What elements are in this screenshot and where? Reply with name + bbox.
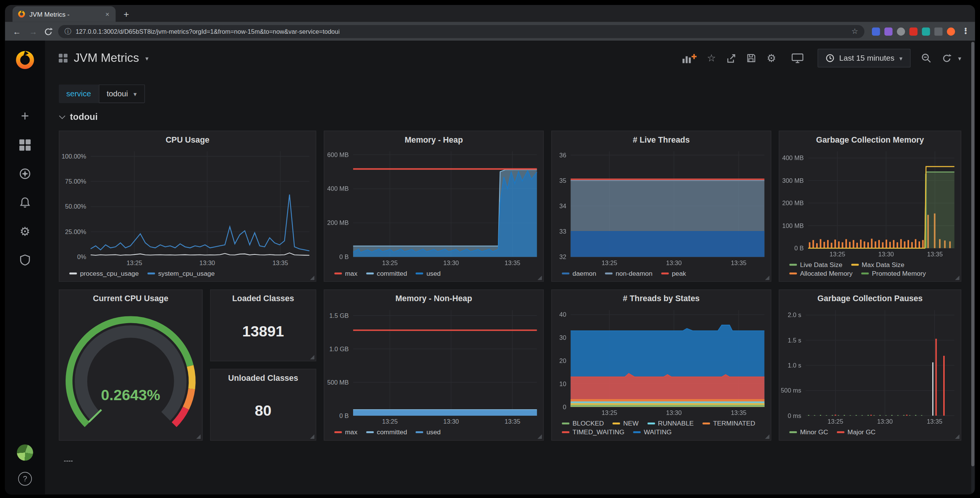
legend-item[interactable]: WAITING	[633, 428, 671, 436]
panel-resize-grip[interactable]	[538, 434, 542, 439]
svg-text:13:25: 13:25	[382, 259, 398, 266]
panel-resize-grip[interactable]	[765, 434, 770, 439]
help-icon[interactable]: ?	[18, 472, 32, 485]
legend-item[interactable]: max	[334, 269, 358, 277]
panel-resize-grip[interactable]	[310, 355, 314, 360]
legend-item[interactable]: BLOCKED	[562, 420, 604, 427]
address-bar[interactable]: ⓘ 127.0.0.1:3002/d/D65bST8iz/jvm-metrics…	[58, 25, 864, 38]
panel-title[interactable]: Garbage Collection Memory	[780, 131, 961, 148]
live-threads-chart[interactable]: 323334353613:2513:3013:35	[552, 148, 771, 268]
panel-title[interactable]: Current CPU Usage	[60, 290, 202, 307]
svg-text:13:35: 13:35	[927, 251, 943, 258]
panel-resize-grip[interactable]	[955, 434, 959, 439]
panel-resize-grip[interactable]	[765, 276, 770, 280]
puzzle-extension-icon[interactable]	[934, 27, 942, 35]
extension-icon[interactable]	[910, 27, 918, 35]
user-avatar[interactable]	[17, 444, 33, 461]
legend-item[interactable]: Major GC	[837, 428, 876, 436]
legend-item[interactable]: Promoted Memory	[861, 269, 926, 277]
chevron-down-icon[interactable]: ▾	[145, 55, 148, 62]
svg-text:1.0 GB: 1.0 GB	[329, 345, 348, 352]
sidebar-item-configuration[interactable]: ⚙	[5, 217, 45, 246]
legend-item[interactable]: Max Data Size	[851, 261, 905, 268]
sidebar-item-server-admin[interactable]	[5, 246, 45, 275]
panel-resize-grip[interactable]	[310, 276, 314, 280]
grafana-logo[interactable]	[14, 49, 36, 70]
dashboard-row-header[interactable]: todoui	[60, 112, 961, 122]
dashboard-title-group[interactable]: JVM Metrics ▾	[59, 51, 149, 65]
dashboard-settings-button[interactable]: ⚙	[767, 53, 776, 63]
gc-pauses-chart[interactable]: 0 ms500 ms1.0 s1.5 s2.0 s13:2513:3013:35	[780, 307, 961, 427]
legend-item[interactable]: process_cpu_usage	[69, 269, 139, 277]
reload-button[interactable]	[44, 27, 53, 36]
legend-item[interactable]: committed	[366, 428, 407, 436]
legend-item[interactable]: non-deamon	[605, 269, 652, 277]
cpu-usage-chart[interactable]: 0%25.00%50.00%75.00%100.00%13:2513:3013:…	[60, 148, 316, 268]
legend-item[interactable]: committed	[366, 269, 407, 277]
variable-service-dropdown[interactable]: service todoui ▾	[59, 84, 145, 103]
extension-icon[interactable]	[872, 27, 880, 35]
legend-item[interactable]: Allocated Memory	[789, 269, 852, 277]
new-tab-button[interactable]: +	[119, 7, 133, 21]
cycle-view-button[interactable]	[791, 53, 803, 64]
panel-resize-grip[interactable]	[310, 434, 314, 439]
legend-item[interactable]: TERMINATED	[702, 420, 755, 427]
legend-item[interactable]: max	[334, 428, 358, 436]
panel-resize-grip[interactable]	[196, 434, 200, 439]
browser-menu-icon[interactable]: •••	[963, 28, 969, 35]
memory-nonheap-chart[interactable]: 0 B500 MB1.0 GB1.5 GB13:2513:3013:35	[324, 307, 543, 427]
sidebar-item-create[interactable]: +	[5, 102, 45, 131]
zoom-out-button[interactable]	[920, 53, 932, 64]
legend-item[interactable]: used	[416, 269, 441, 277]
add-panel-button[interactable]	[682, 53, 697, 63]
stat-value: 13891	[210, 307, 315, 361]
back-button[interactable]: ←	[11, 27, 23, 36]
panel-title[interactable]: CPU Usage	[60, 131, 316, 148]
legend-item[interactable]: daemon	[562, 269, 597, 277]
legend-item[interactable]: peak	[661, 269, 686, 277]
threads-by-states-chart[interactable]: 01020304013:2513:3013:35	[552, 307, 771, 418]
refresh-button[interactable]	[942, 53, 951, 63]
panel-resize-grip[interactable]	[955, 276, 959, 280]
sidebar-item-dashboards[interactable]	[5, 130, 45, 159]
sidebar-item-alerting[interactable]	[5, 188, 45, 217]
panel-title[interactable]: Loaded Classes	[210, 290, 315, 307]
add-panel-icon	[682, 53, 697, 63]
legend-item[interactable]: NEW	[612, 420, 638, 427]
refresh-interval-dropdown[interactable]: ▾	[958, 55, 961, 62]
memory-heap-chart[interactable]: 0 B200 MB400 MB600 MB13:2513:3013:35	[324, 148, 543, 268]
legend-item[interactable]: TIMED_WAITING	[562, 428, 625, 436]
site-info-icon[interactable]: ⓘ	[64, 27, 71, 36]
tab-close-icon[interactable]: ×	[104, 10, 110, 18]
time-range-picker[interactable]: Last 15 minutes ▾	[817, 49, 911, 67]
legend-item[interactable]: used	[416, 428, 441, 436]
share-dashboard-button[interactable]	[726, 53, 737, 63]
gc-memory-chart[interactable]: 0 B100 MB200 MB300 MB400 MB13:2513:3013:…	[780, 148, 961, 259]
legend-item[interactable]: RUNNABLE	[648, 420, 694, 427]
sidebar-item-explore[interactable]	[5, 159, 45, 188]
page-scrollbar[interactable]	[971, 42, 974, 493]
panel-title[interactable]: # Live Threads	[552, 131, 771, 148]
panel-title[interactable]: # Threads by States	[552, 290, 771, 307]
browser-tab[interactable]: JVM Metrics - ×	[13, 6, 116, 22]
legend-item[interactable]: Minor GC	[789, 428, 828, 436]
bookmark-star-icon[interactable]: ☆	[851, 27, 858, 36]
panel-title[interactable]: Garbage Collection Pauses	[780, 290, 961, 307]
forward-button[interactable]: →	[28, 27, 39, 36]
panel-resize-grip[interactable]	[538, 276, 542, 280]
panel-title[interactable]: Unloaded Classes	[210, 369, 315, 386]
svg-text:13:25: 13:25	[601, 259, 617, 266]
legend-item[interactable]: system_cpu_usage	[148, 269, 215, 277]
variable-value[interactable]: todoui ▾	[99, 84, 145, 103]
extension-icon[interactable]	[885, 27, 892, 35]
legend-item[interactable]: Live Data Size	[789, 261, 842, 268]
panel-title[interactable]: Memory - Non-Heap	[324, 290, 543, 307]
extension-icon[interactable]	[897, 27, 905, 35]
scrollbar-thumb[interactable]	[971, 42, 974, 466]
cpu-gauge[interactable]: 0.2643%	[60, 307, 202, 440]
extension-icon[interactable]	[947, 27, 955, 35]
star-dashboard-button[interactable]: ☆	[707, 53, 716, 63]
save-dashboard-button[interactable]	[746, 53, 756, 63]
extension-icon[interactable]	[922, 27, 930, 35]
panel-title[interactable]: Memory - Heap	[324, 131, 543, 148]
